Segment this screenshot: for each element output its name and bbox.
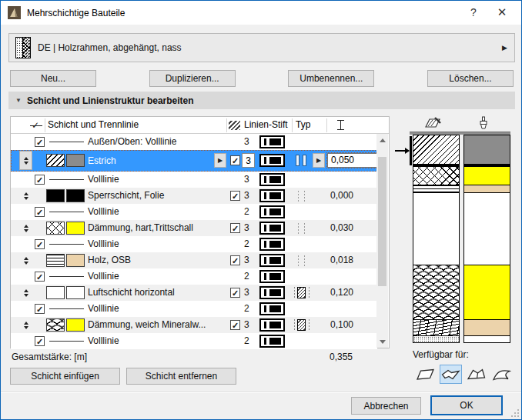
separator-line-row[interactable]: ✓Volllinie2 <box>11 204 377 220</box>
layer-visibility-checkbox[interactable]: ✓ <box>230 155 240 165</box>
close-button[interactable]: ✕ <box>489 1 515 24</box>
preview-hatch-column[interactable] <box>413 135 460 343</box>
composite-selector[interactable]: DE | Holzrahmen, abgehängt, nass ▶ <box>8 33 515 62</box>
line-visibility-checkbox[interactable]: ✓ <box>35 272 45 282</box>
cancel-button[interactable]: Abbrechen <box>351 397 421 415</box>
pen-color-icon[interactable] <box>259 173 285 186</box>
scroll-down-icon[interactable] <box>376 335 388 348</box>
pen-color-icon[interactable] <box>259 254 285 267</box>
pen-color-icon[interactable] <box>259 154 285 167</box>
skin-type-finish-icon <box>296 223 307 234</box>
duplicate-button[interactable]: Duplizieren... <box>149 70 236 87</box>
separator-line-row[interactable]: ✓Volllinie2 <box>11 301 377 317</box>
surface-swatch[interactable] <box>66 254 85 267</box>
delete-button[interactable]: Löschen... <box>427 70 514 87</box>
section-header[interactable]: ▼ Schicht und Linienstruktur bearbeiten <box>8 92 515 109</box>
layer-visibility-checkbox[interactable]: ✓ <box>230 320 240 330</box>
separator-line-row[interactable]: ✓Volllinie2 <box>11 236 377 252</box>
pen-color-icon[interactable] <box>259 302 285 315</box>
pen-color-icon[interactable] <box>259 222 285 235</box>
hatch-swatch[interactable] <box>46 154 65 167</box>
remove-skin-button[interactable]: Schicht entfernen <box>126 368 236 385</box>
slab-icon[interactable] <box>440 365 462 384</box>
pen-color-icon[interactable] <box>259 270 285 283</box>
drag-handle[interactable] <box>22 255 31 265</box>
surface-swatch[interactable] <box>66 222 85 235</box>
help-button[interactable]: ? <box>460 1 487 24</box>
separator-line-row[interactable]: ✓Außen/Oben: Volllinie3 <box>11 134 377 150</box>
hatch-swatch[interactable] <box>46 286 65 299</box>
drag-handle[interactable] <box>22 223 31 233</box>
surface-swatch[interactable] <box>66 318 85 332</box>
layer-row[interactable]: Sperrschicht, Folie✓30,000 <box>11 188 377 204</box>
hatch-swatch[interactable] <box>46 189 65 202</box>
layer-row[interactable]: Luftschicht horizontal✓30,120 <box>11 285 377 301</box>
drag-handle[interactable] <box>19 151 32 170</box>
layer-flyout-button[interactable]: ▶ <box>214 153 226 168</box>
insert-skin-button[interactable]: Schicht einfügen <box>10 368 120 385</box>
composite-structures-dialog: Mehrschichtige Bauteile ? ✕ DE | Holzrah… <box>0 0 522 420</box>
drag-handle[interactable] <box>22 320 31 330</box>
pen-number: 3 <box>244 220 249 236</box>
surface-paint-icon[interactable] <box>478 116 489 133</box>
skin-type-flyout-button[interactable]: ▶ <box>313 153 325 168</box>
resize-grip[interactable] <box>513 411 520 418</box>
hatch-swatch[interactable] <box>46 222 65 235</box>
wall-icon[interactable] <box>414 365 437 384</box>
cut-fill-icon[interactable] <box>424 116 443 132</box>
drag-handle[interactable] <box>22 191 31 201</box>
layer-visibility-checkbox[interactable]: ✓ <box>230 223 240 233</box>
line-visibility-checkbox[interactable]: ✓ <box>35 207 45 217</box>
surface-swatch[interactable] <box>66 189 85 202</box>
line-visibility-checkbox[interactable]: ✓ <box>35 137 45 147</box>
ok-button[interactable]: OK <box>430 395 503 415</box>
pen-number[interactable]: 3 <box>242 153 255 168</box>
surface-swatch[interactable] <box>66 286 85 299</box>
separator-line-row[interactable]: ✓Volllinie2 <box>11 268 377 285</box>
layer-name: Estrich <box>88 150 116 172</box>
window-title: Mehrschichtige Bauteile <box>27 8 125 18</box>
available-for-label: Verfügbar für: <box>413 349 469 360</box>
pen-color-icon[interactable] <box>259 135 285 148</box>
scrollbar-thumb[interactable] <box>378 157 386 286</box>
layer-name: Dämmung, weich Mineralw... <box>88 317 206 333</box>
layer-visibility-checkbox[interactable]: ✓ <box>230 191 240 201</box>
layer-row[interactable]: Dämmung, weich Mineralw...✓30,100 <box>11 317 377 333</box>
hatch-swatch[interactable] <box>46 318 65 332</box>
thickness-field[interactable]: 0,050 <box>327 153 382 168</box>
shell-icon[interactable] <box>490 365 513 384</box>
layer-row[interactable]: Dämmung, hart,Trittschall✓30,030 <box>11 220 377 236</box>
separator-line-row[interactable]: ✓Volllinie3 <box>11 172 377 188</box>
drag-handle[interactable] <box>22 288 31 298</box>
layer-row[interactable]: Estrich▶✓3▶0,050 <box>11 150 377 172</box>
preview-surface-column[interactable] <box>463 135 510 343</box>
pen-number: 3 <box>244 285 249 301</box>
line-visibility-checkbox[interactable]: ✓ <box>35 304 45 314</box>
layer-row[interactable]: Holz, OSB✓30,018 <box>11 252 377 268</box>
pen-color-icon[interactable] <box>259 318 285 332</box>
hatch-swatch[interactable] <box>46 254 65 267</box>
line-visibility-checkbox[interactable]: ✓ <box>35 175 45 185</box>
layer-visibility-checkbox[interactable]: ✓ <box>230 288 240 298</box>
line-name: Volllinie <box>88 204 119 220</box>
separator-line-row[interactable]: ✓Volllinie2 <box>11 333 377 349</box>
column-name: Schicht und Trennlinie <box>48 117 139 133</box>
column-type: Typ <box>296 117 310 133</box>
scroll-up-icon[interactable] <box>376 134 388 146</box>
layer-visibility-checkbox[interactable]: ✓ <box>230 255 240 265</box>
line-visibility-checkbox[interactable]: ✓ <box>35 239 45 249</box>
new-button[interactable]: Neu... <box>10 70 96 87</box>
pen-color-icon[interactable] <box>259 205 285 218</box>
line-visibility-checkbox[interactable]: ✓ <box>35 336 45 346</box>
table-scrollbar[interactable] <box>376 134 388 348</box>
roof-icon[interactable] <box>465 365 487 384</box>
preview-column-icons <box>397 116 515 132</box>
surface-swatch[interactable] <box>66 154 85 167</box>
pen-color-icon[interactable] <box>259 189 285 202</box>
pen-color-icon[interactable] <box>259 335 285 348</box>
pen-color-icon[interactable] <box>259 238 285 251</box>
thickness-value: 0,000 <box>330 188 353 204</box>
pen-number: 3 <box>244 317 249 333</box>
rename-button[interactable]: Umbenennen... <box>288 70 374 87</box>
pen-color-icon[interactable] <box>259 286 285 299</box>
